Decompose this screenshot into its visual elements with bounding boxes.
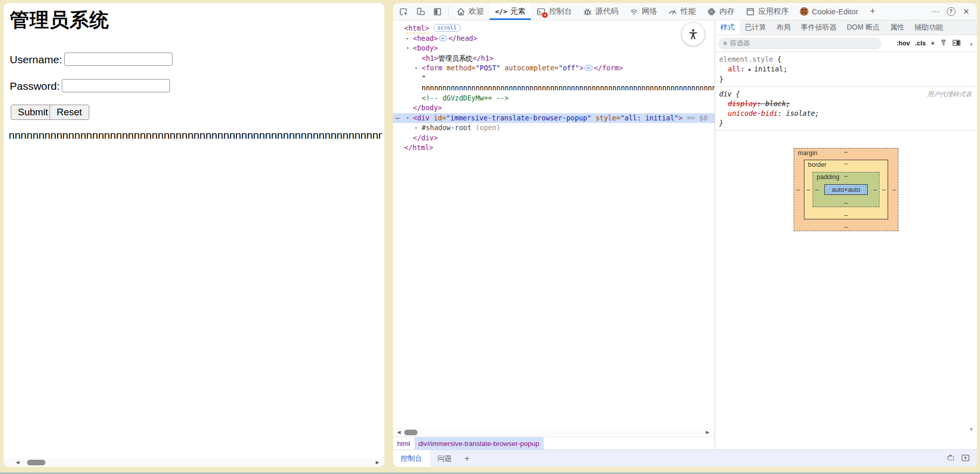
scroll-right-icon[interactable]: ▶ <box>706 430 709 435</box>
reset-button[interactable]: Reset <box>50 105 89 120</box>
expand-shorthand-icon[interactable]: ▶ <box>749 67 751 72</box>
collapse-node-icon[interactable]: ▾ <box>406 113 409 123</box>
code-segment-more[interactable]: ⋯ <box>584 65 593 71</box>
dock-icon[interactable] <box>433 7 442 16</box>
brush-icon[interactable] <box>940 39 947 48</box>
border-bottom-value[interactable]: – <box>844 212 848 219</box>
refresh-panel-icon[interactable] <box>946 454 955 463</box>
page-horizontal-scrollbar[interactable]: ◀ ▶ <box>4 458 384 467</box>
margin-left-value[interactable]: – <box>796 186 800 193</box>
toggle-panel-icon[interactable] <box>952 39 961 48</box>
margin-top-value[interactable]: – <box>844 148 848 156</box>
more-options-icon[interactable]: ⋯ <box>929 5 942 18</box>
expand-node-icon[interactable]: ▸ <box>406 34 409 44</box>
scroll-left-icon[interactable]: ◀ <box>397 430 401 435</box>
close-icon[interactable]: ✕ <box>960 5 973 18</box>
rule-selector[interactable]: div <box>719 90 731 98</box>
dom-tree-row[interactable]: ⋯▾<div id="immersive-translate-browser-p… <box>393 113 715 123</box>
breadcrumb-item[interactable]: div#immersive-translate-browser-popup <box>414 437 544 450</box>
styles-tab[interactable]: DOM 断点 <box>842 20 885 35</box>
password-input[interactable] <box>62 79 170 92</box>
help-icon[interactable]: ? <box>944 5 958 18</box>
margin-bottom-value[interactable]: – <box>844 223 848 231</box>
breadcrumb-item[interactable]: html <box>393 437 414 450</box>
dom-tree-row[interactable]: " <box>393 73 715 84</box>
code-segment-val: "off" <box>558 64 579 72</box>
styles-tab[interactable]: 事件侦听器 <box>796 20 842 35</box>
drawer-tab-issues[interactable]: 问题 <box>430 450 459 467</box>
device-toolbar-icon[interactable] <box>416 7 425 16</box>
padding-right-value[interactable]: – <box>873 186 877 193</box>
devtools-tab-elements[interactable]: </>元素 <box>489 3 531 20</box>
dom-tree-row[interactable]: </div> <box>393 133 715 143</box>
code-segment-more[interactable]: ⋯ <box>439 35 447 41</box>
add-drawer-tab-button[interactable]: + <box>459 450 475 467</box>
devtools-tab-welcome[interactable]: 欢迎 <box>451 3 489 20</box>
styles-tab[interactable]: 样式 <box>715 20 740 35</box>
scroll-left-icon[interactable]: ◀ <box>16 460 19 465</box>
margin-right-value[interactable]: – <box>892 186 896 193</box>
dom-tree-row[interactable]: nnnnnnnnnnnnnnnnnnnnnnnnnnnnnnnnnnnnnnnn… <box>393 83 715 93</box>
devtools-tab-network[interactable]: 网络 <box>624 3 663 20</box>
box-model-border[interactable]: border – – – – padding – – – – auto×au <box>804 160 888 219</box>
dom-tree-row[interactable]: ▸<head>⋯</head> <box>393 34 715 44</box>
elements-horizontal-scrollbar[interactable]: ◀ ▶ <box>393 428 715 437</box>
dom-tree-row[interactable]: </html> <box>393 143 715 153</box>
class-state-button[interactable]: .cls <box>915 40 926 47</box>
scrollbar-thumb[interactable] <box>27 460 45 465</box>
inspect-icon[interactable] <box>399 7 408 16</box>
styles-tab[interactable]: 已计算 <box>740 20 771 35</box>
node-menu-dots-icon[interactable]: ⋯ <box>396 113 399 123</box>
expand-panel-icon[interactable] <box>961 454 970 463</box>
collapse-node-icon[interactable]: ▾ <box>406 43 409 54</box>
new-style-rule-button[interactable]: + <box>931 40 935 47</box>
css-property[interactable]: all: ▶initial; <box>719 64 973 74</box>
dom-tree-row[interactable]: <h1>管理员系统</h1> <box>393 54 715 64</box>
dom-tree-row[interactable]: ▸#shadow-root (open) <box>393 123 715 133</box>
css-property[interactable]: unicode-bidi: isolate; <box>719 109 973 118</box>
dom-tree-row[interactable]: <!-- dGVzdDEyMw== --> <box>393 93 715 104</box>
devtools-tab-performance[interactable]: 性能 <box>663 3 701 20</box>
styles-tab[interactable]: 布局 <box>771 20 796 35</box>
code-segment-tag: <body> <box>413 44 438 52</box>
add-panel-button[interactable]: + <box>864 3 881 20</box>
padding-left-value[interactable]: – <box>815 186 819 193</box>
hover-state-button[interactable]: :hov <box>896 40 910 47</box>
expand-node-icon[interactable]: ▸ <box>415 63 418 73</box>
box-model-margin[interactable]: margin – – – – border – – – – padding – <box>794 148 898 231</box>
devtools-tab-application[interactable]: 应用程序 <box>740 3 794 20</box>
border-top-value[interactable]: – <box>844 160 848 167</box>
dom-tree: <html>scroll▸<head>⋯</head>▾<body><h1>管理… <box>393 20 715 428</box>
username-input[interactable] <box>64 53 173 66</box>
devtools-tab-cookie-editor[interactable]: Cookie-Editor <box>794 3 864 20</box>
border-right-value[interactable]: – <box>882 186 886 193</box>
styles-tab[interactable]: 辅助功能 <box>910 20 948 35</box>
devtools-tab-sources[interactable]: 源代码 <box>577 3 624 20</box>
padding-bottom-value[interactable]: – <box>844 199 848 207</box>
accessibility-floating-button[interactable] <box>681 22 705 46</box>
scrollbar-thumb[interactable] <box>404 430 418 435</box>
rule-selector[interactable]: element.style <box>719 55 773 63</box>
page-overflow-text: nnnnnnnnnnnnnnnnnnnnnnnnnnnnnnnnnnnnnnnn… <box>9 129 382 141</box>
border-left-value[interactable]: – <box>806 186 810 193</box>
styles-filter-input[interactable]: ≡ 筛选器 <box>718 38 881 49</box>
box-model-padding[interactable]: padding – – – – auto×auto <box>813 172 879 207</box>
expand-node-icon[interactable]: ▸ <box>415 123 418 133</box>
dom-tree-row[interactable]: ▾<body> <box>393 43 715 54</box>
padding-top-value[interactable]: – <box>844 172 848 180</box>
devtools-tab-memory[interactable]: 内存 <box>701 3 740 20</box>
styles-tab[interactable]: 属性 <box>885 20 910 35</box>
drawer-tab-console[interactable]: 控制台 <box>393 450 430 467</box>
css-property[interactable]: display: block; <box>719 99 973 109</box>
dom-tree-row[interactable]: ▸<form method="POST" autocomplete="off">… <box>393 63 715 73</box>
dom-tree-row[interactable]: <html>scroll <box>393 23 715 34</box>
box-model-content[interactable]: auto×auto <box>824 184 868 195</box>
devtools-tab-console[interactable]: ✕控制台 <box>531 3 577 20</box>
scroll-right-icon[interactable]: ▶ <box>376 460 379 465</box>
box-model-diagram[interactable]: margin – – – – border – – – – padding – <box>794 148 898 231</box>
scroll-down-icon[interactable]: ▼ <box>969 427 974 432</box>
scroll-up-icon[interactable]: ▲ <box>969 41 974 46</box>
submit-button[interactable]: Submit <box>11 105 55 120</box>
code-segment-tag: </head> <box>448 34 477 42</box>
dom-tree-row[interactable]: </body> <box>393 103 715 113</box>
